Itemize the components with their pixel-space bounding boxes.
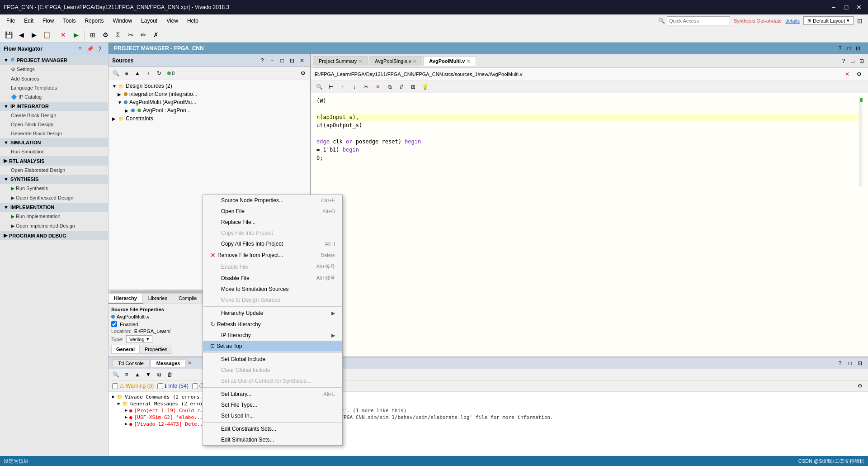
nav-item-open-elaborated-design[interactable]: Open Elaborated Design	[0, 166, 108, 175]
nav-section-implementation[interactable]: ▼ IMPLEMENTATION	[0, 203, 108, 212]
sources-filter-btn[interactable]: ≡	[122, 69, 131, 78]
arrow-down-btn[interactable]: ↓	[349, 82, 360, 92]
sources-add-btn[interactable]: +	[144, 69, 153, 78]
sources-expand-btn[interactable]: □	[278, 56, 287, 65]
path-settings-btn[interactable]: ⚙	[854, 69, 864, 79]
sources-collapse-all-btn[interactable]: ▲	[133, 69, 142, 78]
menu-flow[interactable]: Flow	[38, 16, 58, 26]
sources-help-btn[interactable]: ?	[258, 56, 267, 65]
toolbar-save-btn[interactable]: 💾	[3, 29, 14, 41]
flow-nav-help-btn[interactable]: ?	[95, 44, 104, 53]
console-help-btn[interactable]: ?	[835, 359, 844, 368]
nav-item-run-synthesis[interactable]: ▶ Run Synthesis	[0, 184, 108, 193]
ctx-remove-file[interactable]: ✕ Remove File from Project... Delete	[203, 249, 342, 261]
sources-settings-btn[interactable]: ⚙	[298, 69, 307, 78]
tab-hierarchy[interactable]: Hierarchy	[108, 294, 143, 304]
pm-help-btn[interactable]: ?	[835, 44, 844, 53]
tab-project-summary[interactable]: Project Summary ✕	[313, 56, 368, 66]
props-tab-properties[interactable]: Properties	[140, 345, 172, 354]
ctx-set-library[interactable]: Set Library... Alt+L	[203, 389, 342, 399]
bulb-btn[interactable]: 💡	[420, 82, 430, 92]
toolbar-cut-btn[interactable]: ✂	[125, 29, 137, 41]
toolbar-sigma-btn[interactable]: Σ	[112, 29, 124, 41]
nav-item-ip-catalog[interactable]: 🔷 IP Catalog	[0, 92, 108, 102]
pm-expand2-btn[interactable]: ⊡	[854, 44, 863, 53]
flow-nav-collapse-btn[interactable]: ≡	[75, 44, 85, 53]
minimize-button[interactable]: −	[828, 2, 839, 13]
type-dropdown[interactable]: Verilog ▾	[126, 335, 152, 343]
ctx-set-as-top[interactable]: ⊡ Set as Top	[203, 341, 342, 352]
ctx-set-used-in[interactable]: Set Used In...	[203, 410, 342, 421]
arrow-up-btn[interactable]: ↑	[337, 82, 348, 92]
editor-help-btn[interactable]: ?	[839, 57, 848, 66]
toolbar-cross-btn[interactable]: ✗	[150, 29, 162, 41]
expand-project119-icon[interactable]: ▶	[125, 408, 127, 413]
toolbar-copy-btn[interactable]: 📋	[41, 29, 52, 41]
expand-vivado12-icon[interactable]: ▶	[125, 421, 127, 426]
layout-dropdown[interactable]: ⊞ Default Layout ▾	[803, 16, 854, 25]
close-avgpoolsingle-icon[interactable]: ✕	[413, 59, 416, 64]
nav-item-create-block-design[interactable]: Create Block Design	[0, 111, 108, 120]
console-copy2-btn[interactable]: ⧉	[155, 370, 164, 379]
tree-item-design-sources[interactable]: ▼ 📁 Design Sources (2)	[110, 82, 308, 90]
tab-messages[interactable]: Messages	[151, 359, 186, 367]
tab-avgpoolmulti[interactable]: AvgPoolMulti.v ✕	[423, 56, 476, 66]
editor-expand-btn[interactable]: □	[848, 57, 857, 66]
bookmark-btn[interactable]: ⊢	[326, 82, 336, 92]
pm-expand-btn[interactable]: □	[844, 44, 854, 53]
tab-tcl-console[interactable]: Tcl Console	[112, 359, 150, 367]
menu-help[interactable]: Help	[183, 16, 203, 26]
tree-item-avgpool[interactable]: ▶ AvgPool : AvgPoo...	[110, 106, 308, 114]
toolbar-close-btn[interactable]: ✕	[57, 29, 69, 41]
ctx-ip-hierarchy[interactable]: IP Hierarchy ▶	[203, 330, 342, 341]
ctx-refresh-hierarchy[interactable]: ↻ Refresh Hierarchy	[203, 319, 342, 330]
ctx-open-file[interactable]: Open File Alt+O	[203, 206, 342, 217]
ctx-replace-file[interactable]: Replace File...	[203, 217, 342, 228]
status-checkbox[interactable]	[192, 383, 198, 389]
tab-avgpoolsingle[interactable]: AvgPoolSingle.v ✕	[369, 56, 422, 66]
nav-item-run-implementation[interactable]: ▶ Run Implementation	[0, 212, 108, 221]
tab-compile[interactable]: Compile	[173, 294, 203, 304]
nav-section-program-debug[interactable]: ▶ PROGRAM AND DEBUG	[0, 231, 108, 240]
search-editor-btn[interactable]: 🔍	[314, 82, 325, 92]
maximize-button[interactable]: □	[841, 2, 852, 13]
menu-view[interactable]: View	[162, 16, 183, 26]
nav-item-generate-block-design[interactable]: Generate Block Design	[0, 129, 108, 138]
ctx-set-file-type[interactable]: Set File Type...	[203, 399, 342, 410]
nav-section-rtl[interactable]: ▶ RTL ANALYSIS	[0, 156, 108, 166]
props-tab-general[interactable]: General	[111, 345, 140, 354]
sources-minimize-btn[interactable]: −	[268, 56, 277, 65]
sources-close-btn[interactable]: ✕	[297, 56, 307, 65]
warning-checkbox[interactable]	[112, 383, 118, 389]
expand-general-icon[interactable]: ▶	[118, 401, 120, 406]
ctx-hierarchy-update[interactable]: Hierarchy Update ▶	[203, 308, 342, 319]
close-console-icon[interactable]: ✕	[188, 360, 192, 366]
nav-section-simulation[interactable]: ▼ SIMULATION	[0, 138, 108, 147]
edit-copy-btn[interactable]: ✕	[373, 82, 383, 92]
nav-section-project-manager[interactable]: ▼ ⚙ PROJECT MANAGER	[0, 55, 108, 65]
comment-btn[interactable]: //	[396, 82, 407, 92]
console-gear-btn[interactable]: ⚙	[855, 381, 864, 390]
sources-maximize-btn[interactable]: ⊡	[288, 56, 297, 65]
toolbar-forward-btn[interactable]: ▶	[28, 29, 40, 41]
edit-cut-btn[interactable]: ✂	[361, 82, 372, 92]
menu-window[interactable]: Window	[108, 16, 137, 26]
nav-section-ip-integrator[interactable]: ▼ IP INTEGRATOR	[0, 102, 108, 111]
toolbar-back-btn[interactable]: ◀	[15, 29, 27, 41]
ctx-edit-constraints-sets[interactable]: Edit Constraints Sets...	[203, 423, 342, 434]
info-checkbox[interactable]	[157, 383, 163, 389]
ctx-edit-simulation-sets[interactable]: Edit Simulation Sets...	[203, 434, 342, 445]
tree-item-constraints[interactable]: ▶ 📁 Constraints	[110, 114, 308, 123]
nav-item-add-sources[interactable]: Add Sources	[0, 74, 108, 83]
console-collapse-btn[interactable]: ▲	[133, 370, 142, 379]
menu-reports[interactable]: Reports	[80, 16, 108, 26]
copy-editor-btn[interactable]: ⧉	[384, 82, 395, 92]
ctx-move-to-sim-sources[interactable]: Move to Simulation Sources	[203, 284, 342, 295]
toolbar-run-btn[interactable]: ▶	[70, 29, 82, 41]
layout-expand-icon[interactable]: ⊡	[857, 17, 863, 24]
toolbar-gear-btn[interactable]: ⚙	[99, 29, 111, 41]
expand-vivado-icon[interactable]: ▶	[112, 394, 115, 399]
menu-layout[interactable]: Layout	[137, 16, 162, 26]
expand-usfxsim-icon[interactable]: ▶	[125, 414, 127, 419]
nav-item-open-synthesized-design[interactable]: ▶ Open Synthesized Design	[0, 193, 108, 203]
